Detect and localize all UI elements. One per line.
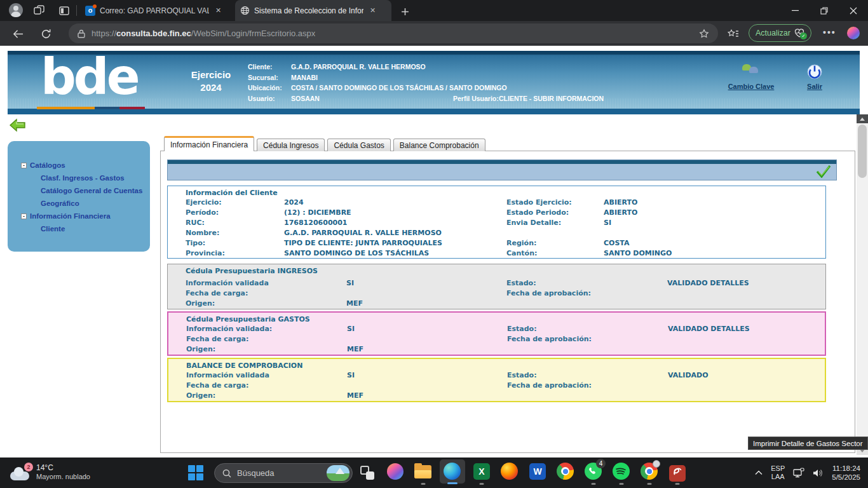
window-close-button[interactable]: [839, 0, 868, 21]
refresh-icon[interactable]: [38, 26, 53, 41]
file-explorer-icon[interactable]: [414, 463, 432, 480]
whatsapp-icon[interactable]: 4: [585, 463, 602, 480]
field-label: [507, 344, 668, 355]
acrobat-icon[interactable]: [668, 463, 686, 480]
word-icon[interactable]: W: [529, 463, 546, 480]
salir-link[interactable]: Salir: [796, 64, 834, 90]
sidebar-item-label: Catálogos: [30, 161, 65, 169]
browser-tab-sistema[interactable]: Sistema de Recoleccion de Inform ✕: [235, 0, 391, 21]
collapse-icon[interactable]: -: [21, 214, 27, 219]
favorites-list-icon[interactable]: [726, 26, 741, 41]
usuario-label: Usuario:: [248, 93, 291, 104]
clock[interactable]: 11:18:24 5/5/2025: [832, 464, 860, 482]
ubicacion-value: COSTA / SANTO DOMINGO DE LOS TSÁCHILAS /…: [291, 83, 507, 93]
perfil-usuario-label: Perfil Usuario:: [453, 93, 499, 104]
field-value: VALIDADO: [668, 370, 825, 381]
sidebar-item-catalogo-general-cuentas[interactable]: Catálogo General de Cuentas: [8, 184, 150, 197]
field-value: COSTA: [604, 238, 825, 248]
panel-title: BALANCE DE COMPROBACION: [168, 359, 825, 370]
lock-icon: [78, 29, 85, 38]
field-value: ABIERTO: [604, 208, 825, 218]
users-icon: [740, 64, 762, 80]
scrollbar-thumb[interactable]: [858, 125, 867, 178]
field-value: MEF: [347, 344, 507, 355]
favorite-star-icon[interactable]: [699, 29, 709, 39]
field-label: Estado:: [506, 278, 667, 288]
workspaces-icon[interactable]: [31, 3, 47, 18]
chrome-icon[interactable]: [557, 463, 574, 480]
panel-cedula-ingresos: Cédula Presupuestaria INGRESOS Informaci…: [167, 264, 826, 309]
window-restore-button[interactable]: [810, 0, 839, 21]
field-label: Fecha de aprobación:: [507, 334, 668, 344]
edge-icon[interactable]: [444, 463, 461, 480]
status-grid: Información validadaSIEstado:VALIDADO DE…: [168, 278, 825, 309]
back-icon[interactable]: [10, 26, 25, 41]
essentials-badge: ✓: [800, 32, 807, 39]
bde-logo: bde: [41, 51, 138, 105]
field-label: Estado:: [507, 324, 668, 334]
sidebar-item-catalogos[interactable]: - Catálogos: [8, 159, 150, 172]
browser-profile-avatar[interactable]: [9, 3, 23, 17]
language-indicator[interactable]: ESP LAA: [771, 464, 785, 481]
sidebar-item-clasf-ingresos-gastos[interactable]: Clasf. Ingresos - Gastos: [8, 172, 150, 184]
power-icon: [806, 64, 823, 80]
new-tab-icon[interactable]: [397, 4, 413, 20]
sidebar-item-cliente[interactable]: Cliente: [8, 222, 150, 235]
field-label: Fecha de aprobación:: [507, 381, 668, 391]
sidebar-item-label: Geográfico: [41, 200, 79, 207]
panel-balance-comprobacion: BALANCE DE COMPROBACION Información vali…: [167, 358, 826, 402]
tray-chevron-icon[interactable]: [755, 470, 763, 475]
tab-cedula-ingresos[interactable]: Cédula Ingresos: [257, 139, 325, 151]
panel-title: Cédula Presupuestaria GASTOS: [168, 313, 825, 324]
system-tray: ESP LAA 11:18:24 5/5/2025: [755, 458, 868, 488]
copilot-taskbar-icon[interactable]: [386, 463, 404, 480]
tab-actions-icon[interactable]: [56, 3, 72, 18]
weather-widget[interactable]: 2 14°C Mayorm. nublado: [9, 461, 90, 482]
field-value: SI: [346, 278, 506, 288]
volume-icon[interactable]: [813, 468, 824, 478]
field-label: RUC:: [186, 218, 284, 228]
page-scrollbar[interactable]: [857, 114, 868, 455]
scroll-up-icon[interactable]: [857, 114, 868, 123]
firefox-icon[interactable]: [501, 463, 519, 480]
tab-close-icon[interactable]: ✕: [368, 6, 377, 15]
field-label: Fecha de aprobación:: [506, 288, 667, 299]
spotify-icon[interactable]: [613, 463, 630, 480]
tab-close-icon[interactable]: ✕: [214, 6, 223, 15]
actualizar-button[interactable]: Actualizar ✓: [749, 24, 811, 42]
url-bar[interactable]: https://consulta.bde.fin.ec/WebSim/Login…: [69, 24, 718, 43]
search-input[interactable]: Búsqueda: [214, 463, 353, 483]
task-view-icon[interactable]: [360, 466, 374, 480]
excel-icon[interactable]: X: [473, 463, 491, 480]
field-value: 2024: [284, 198, 506, 208]
start-button[interactable]: [188, 465, 203, 480]
field-label: Origen:: [186, 344, 347, 355]
copilot-toolbar-icon[interactable]: [847, 27, 860, 39]
cambio-clave-link[interactable]: Cambio Clave: [719, 64, 783, 90]
window-minimize-button[interactable]: [780, 0, 810, 21]
sidebar-item-label: Clasf. Ingresos - Gastos: [41, 174, 125, 182]
network-icon[interactable]: [793, 468, 804, 478]
sucursal-label: Sucursal:: [248, 72, 291, 83]
green-check-icon[interactable]: [816, 165, 831, 178]
sidebar-item-informacion-financiera[interactable]: - Información Financiera: [8, 210, 150, 222]
field-value: [668, 334, 825, 344]
whatsapp-badge: 4: [596, 459, 606, 468]
header-bottom-band: [8, 109, 860, 114]
chrome-profile-icon[interactable]: [641, 463, 658, 480]
tab-informacion-financiera[interactable]: Información Financiera: [164, 136, 254, 151]
browser-menu-icon[interactable]: •••: [823, 27, 836, 37]
tab-cedula-gastos[interactable]: Cédula Gastos: [327, 139, 390, 151]
field-value: (12) : DICIEMBRE: [284, 208, 506, 218]
browser-tab-correo[interactable]: o Correo: GAD PARROQUIAL VALLE ✕: [80, 0, 233, 21]
sidebar-item-geografico[interactable]: Geográfico: [8, 197, 150, 210]
field-value: MEF: [347, 391, 507, 401]
tab-balance-comprobacion[interactable]: Balance Comprobación: [393, 139, 485, 151]
field-label: Región:: [506, 238, 604, 248]
field-label: Período:: [186, 208, 284, 218]
collapse-icon[interactable]: -: [21, 163, 27, 168]
webpage: bde Ejercicio 2024 Cliente:G.A.D. PARROQ…: [0, 46, 868, 458]
field-label: Provincia:: [186, 248, 284, 259]
screen: o Correo: GAD PARROQUIAL VALLE ✕ Sistema…: [0, 0, 868, 488]
green-back-arrow-icon[interactable]: [10, 118, 26, 133]
